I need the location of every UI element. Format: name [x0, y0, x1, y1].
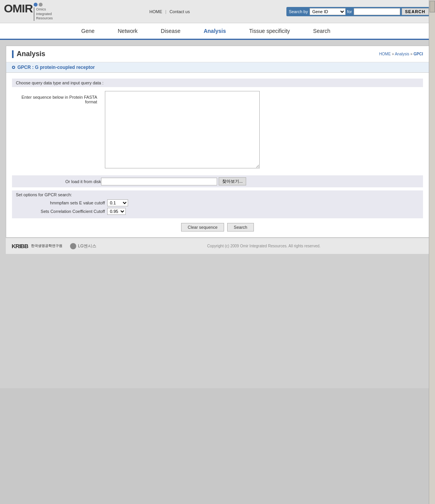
kribb-text: KRIBB: [12, 243, 28, 249]
scrollbar[interactable]: [429, 0, 435, 504]
search-by-label: Search by: [289, 9, 308, 14]
file-row: Or load it from disk 찾아보기...: [12, 175, 423, 187]
logo-circle-2: [39, 3, 43, 7]
kribb-korean: 한국생명공학연구원: [31, 243, 62, 249]
correlation-label: Sets Correlation Coefficient Cutoff: [16, 209, 105, 214]
breadcrumb: HOME » Analysis » GPCI: [379, 52, 423, 56]
search-button[interactable]: SEARCH: [402, 8, 429, 15]
hmmpfam-row: hmmpfam sets E value cutoff 0.1 0.01 0.0…: [16, 199, 419, 206]
lg-circle-icon: [70, 243, 76, 249]
page-title-area: Analysis: [12, 50, 45, 58]
logo-sub: Omics Integrated Resources: [34, 7, 53, 21]
sub-section-title: GPCR : G protein-coupled receptor: [17, 65, 95, 70]
search-text-input[interactable]: [354, 8, 400, 15]
file-text-input[interactable]: [101, 178, 217, 185]
scrollbar-thumb[interactable]: [430, 1, 435, 12]
main-content: Analysis HOME » Analysis » GPCI GPCR : G…: [6, 46, 429, 238]
correlation-select[interactable]: 0.95 0.90 0.85 0.80: [107, 208, 126, 215]
sub-section-bullet-icon: [12, 66, 15, 69]
query-input-area: [105, 91, 423, 170]
main-nav: Gene Network Disease Analysis Tissue spe…: [0, 23, 435, 40]
top-search-bar: Search by Gene ID Gene Symbol UniProt ID…: [286, 7, 431, 16]
logo-circle-1: [34, 3, 38, 7]
options-title: Set options for GPCR search:: [16, 192, 419, 197]
logo-sub-line2: Integrated: [36, 12, 53, 17]
contact-link[interactable]: Contact us: [170, 9, 190, 14]
logo-right: Omics Integrated Resources: [34, 3, 53, 21]
clear-sequence-button[interactable]: Clear sequence: [181, 223, 224, 231]
content-wrapper: Analysis HOME » Analysis » GPCI GPCR : G…: [0, 40, 435, 388]
file-label: Or load it from disk: [16, 179, 101, 184]
nav-search[interactable]: Search: [313, 28, 330, 34]
title-bar-accent: [12, 50, 14, 58]
search-for-label: for: [347, 9, 352, 14]
breadcrumb-sep2: »: [410, 52, 413, 56]
breadcrumb-home[interactable]: HOME: [379, 52, 391, 56]
sequence-label: Enter sequence below in Protein FASTA fo…: [12, 91, 97, 170]
options-section: Set options for GPCR search: hmmpfam set…: [12, 190, 423, 218]
logo-omir: OMIR: [4, 2, 33, 15]
form-area: Choose query data type and input query d…: [6, 73, 429, 237]
search-submit-button[interactable]: Search: [227, 223, 254, 231]
logo-area: OMIR Omics Integrated Resources: [4, 2, 53, 21]
breadcrumb-current: GPCI: [414, 52, 423, 56]
home-link[interactable]: HOME: [149, 9, 162, 14]
form-description: Choose query data type and input query d…: [12, 79, 423, 87]
footer: KRIBB 한국생명공학연구원 LG엔시스 Copyright (c) 2009…: [6, 238, 429, 254]
footer-logo-kribb: KRIBB 한국생명공학연구원: [12, 243, 62, 249]
hmmpfam-select[interactable]: 0.1 0.01 0.001 1: [107, 199, 128, 206]
logo-circles: [34, 3, 43, 7]
top-nav-links: HOME | Contact us: [149, 9, 190, 14]
nav-tissue[interactable]: Tissue specificity: [249, 28, 290, 34]
nav-analysis[interactable]: Analysis: [204, 28, 226, 34]
page-title: Analysis: [17, 50, 45, 58]
breadcrumb-analysis[interactable]: Analysis: [395, 52, 409, 56]
query-row: Enter sequence below in Protein FASTA fo…: [12, 91, 423, 170]
sequence-textarea[interactable]: [105, 91, 260, 168]
nav-separator: |: [165, 9, 166, 14]
nav-network[interactable]: Network: [118, 28, 137, 34]
hmmpfam-label: hmmpfam sets E value cutoff: [16, 201, 105, 205]
sub-section: GPCR : G protein-coupled receptor: [6, 62, 429, 73]
footer-logo-lg: LG엔시스: [70, 243, 97, 249]
file-input-area: 찾아보기...: [101, 177, 246, 185]
correlation-row: Sets Correlation Coefficient Cutoff 0.95…: [16, 208, 419, 215]
logo-sub-line3: Resources: [36, 16, 53, 21]
button-row: Clear sequence Search: [12, 223, 423, 231]
logo-text: OMIR Omics Integrated Resources: [4, 2, 53, 21]
nav-disease[interactable]: Disease: [161, 28, 181, 34]
breadcrumb-sep1: »: [392, 52, 394, 56]
lg-text: LG엔시스: [78, 243, 97, 249]
top-bar-left: OMIR Omics Integrated Resources: [4, 2, 53, 21]
search-by-select[interactable]: Gene ID Gene Symbol UniProt ID OMIM ID: [310, 8, 346, 15]
main-nav-items: Gene Network Disease Analysis Tissue spe…: [81, 23, 330, 39]
top-bar: OMIR Omics Integrated Resources HOME | C…: [0, 0, 435, 23]
nav-gene[interactable]: Gene: [81, 28, 94, 34]
sequence-label-text: Enter sequence below in Protein FASTA fo…: [22, 95, 97, 104]
page-header: Analysis HOME » Analysis » GPCI: [6, 46, 429, 62]
footer-copyright: Copyright (c) 2009 Omir Integrated Resou…: [104, 244, 423, 248]
file-browse-button[interactable]: 찾아보기...: [219, 177, 246, 185]
logo-sub-line1: Omics: [36, 7, 53, 12]
